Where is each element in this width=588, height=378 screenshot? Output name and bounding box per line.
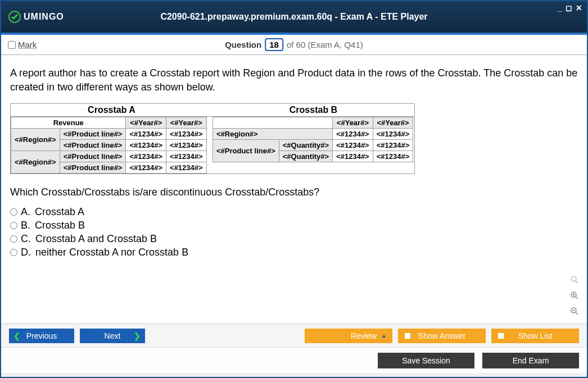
crosstab-a-title: Crosstab A bbox=[11, 104, 212, 117]
question-stem: A report author has to create a Crosstab… bbox=[10, 66, 578, 94]
cell: <#1234#> bbox=[166, 129, 207, 140]
option-text: Crosstab A and Crosstab B bbox=[35, 233, 157, 245]
cell: <#1234#> bbox=[166, 140, 207, 151]
cell: <#1234#> bbox=[166, 162, 207, 174]
option-c[interactable]: C.Crosstab A and Crosstab B bbox=[10, 233, 578, 245]
stop-icon bbox=[498, 333, 504, 339]
cell: <#Year#> bbox=[126, 117, 166, 129]
logo-check-icon bbox=[8, 10, 21, 24]
option-letter: D. bbox=[21, 247, 31, 258]
question-number-input[interactable]: 18 bbox=[265, 38, 283, 51]
cell: <#Product line#> bbox=[60, 151, 126, 162]
option-b[interactable]: B.Crosstab B bbox=[10, 220, 578, 231]
sub-question: Which Crosstab/Crosstabs is/are disconti… bbox=[10, 186, 578, 198]
stop-icon bbox=[405, 333, 410, 339]
option-c-radio[interactable] bbox=[10, 235, 17, 243]
show-answer-button[interactable]: Show Answer bbox=[398, 329, 486, 343]
cell: <#Region#> bbox=[11, 151, 60, 174]
option-letter: C. bbox=[21, 233, 31, 245]
option-d[interactable]: D.neither Crosstab A nor Crosstab B bbox=[10, 247, 578, 258]
cell: <#1234#> bbox=[373, 151, 413, 162]
svg-line-8 bbox=[576, 312, 578, 315]
cell: <#1234#> bbox=[373, 140, 413, 151]
cell: <#Region#> bbox=[213, 129, 333, 140]
cell: <#1234#> bbox=[166, 151, 207, 162]
show-list-label: Show List bbox=[518, 331, 553, 340]
mark-label[interactable]: Mark bbox=[18, 40, 37, 49]
cell: <#Product line#> bbox=[60, 140, 126, 151]
svg-line-2 bbox=[576, 281, 578, 283]
minimize-icon[interactable]: _ bbox=[558, 3, 562, 12]
end-exam-button[interactable]: End Exam bbox=[482, 353, 579, 368]
cell: <#1234#> bbox=[333, 151, 373, 162]
show-answer-label: Show Answer bbox=[418, 331, 466, 340]
previous-label: Previous bbox=[26, 331, 57, 340]
question-bar: Mark Question 18 of 60 (Exam A, Q41) bbox=[1, 35, 587, 55]
cell: <#Product line#> bbox=[213, 140, 279, 162]
review-button[interactable]: Review▲ bbox=[305, 329, 392, 343]
cell: <#Year#> bbox=[373, 117, 413, 129]
footer-nav: ❮Previous Next❯ Review▲ Show Answer Show… bbox=[1, 324, 587, 347]
search-icon[interactable] bbox=[568, 273, 581, 286]
options-list: A.Crosstab A B.Crosstab B C.Crosstab A a… bbox=[10, 206, 578, 258]
logo: UMINGO bbox=[8, 10, 64, 24]
triangle-up-icon: ▲ bbox=[381, 333, 387, 339]
zoom-out-icon[interactable] bbox=[568, 304, 581, 318]
cell: <#1234#> bbox=[126, 151, 166, 162]
cell: <#Product line#> bbox=[60, 129, 126, 140]
review-label: Review bbox=[351, 331, 377, 340]
crosstab-b-title: Crosstab B bbox=[212, 104, 414, 117]
option-letter: B. bbox=[21, 220, 30, 231]
show-list-button[interactable]: Show List bbox=[491, 329, 579, 343]
zoom-in-icon[interactable] bbox=[568, 289, 581, 302]
save-session-button[interactable]: Save Session bbox=[378, 353, 474, 368]
cell: <#1234#> bbox=[333, 129, 373, 140]
cell: <#Quantity#> bbox=[279, 151, 332, 162]
close-icon[interactable]: ✕ bbox=[576, 3, 582, 12]
mark-checkbox[interactable] bbox=[8, 41, 16, 49]
crosstab-container: Crosstab A Revenue <#Year#> <#Year#> <#R… bbox=[10, 103, 415, 174]
option-text: neither Crosstab A nor Crosstab B bbox=[35, 247, 188, 258]
zoom-controls bbox=[568, 273, 581, 318]
cell: <#Year#> bbox=[333, 117, 373, 129]
previous-button[interactable]: ❮Previous bbox=[9, 329, 74, 343]
option-b-radio[interactable] bbox=[10, 222, 17, 229]
crosstab-a-block: Crosstab A Revenue <#Year#> <#Year#> <#R… bbox=[11, 104, 212, 174]
crosstab-b: <#Year#> <#Year#> <#Region#> <#1234#> <#… bbox=[212, 117, 413, 162]
option-a-radio[interactable] bbox=[10, 208, 17, 216]
option-a[interactable]: A.Crosstab A bbox=[10, 206, 578, 218]
cell: <#Quantity#> bbox=[279, 140, 332, 151]
cell bbox=[213, 117, 333, 129]
crosstab-a: Revenue <#Year#> <#Year#> <#Region#> <#P… bbox=[11, 117, 207, 174]
footer-session: Save Session End Exam bbox=[1, 347, 587, 373]
option-text: Crosstab A bbox=[35, 206, 84, 218]
cell: <#1234#> bbox=[126, 162, 166, 174]
cell: <#1234#> bbox=[126, 129, 166, 140]
crosstab-b-block: Crosstab B <#Year#> <#Year#> <#Region#> … bbox=[212, 104, 414, 174]
cell: <#Year#> bbox=[166, 117, 207, 129]
cell: <#Product line#> bbox=[60, 162, 126, 174]
cell: Revenue bbox=[11, 117, 126, 129]
cell: <#1234#> bbox=[126, 140, 166, 151]
app-title: C2090-621.prepaway.premium.exam.60q - Ex… bbox=[160, 12, 427, 22]
option-d-radio[interactable] bbox=[10, 249, 17, 256]
question-of-text: of 60 (Exam A, Q41) bbox=[287, 40, 363, 49]
cell: <#Region#> bbox=[11, 129, 60, 151]
question-label: Question bbox=[225, 40, 261, 49]
svg-point-1 bbox=[571, 276, 576, 281]
option-letter: A. bbox=[21, 206, 30, 218]
window-controls: _ ◻ ✕ bbox=[558, 3, 582, 12]
titlebar: UMINGO C2090-621.prepaway.premium.exam.6… bbox=[1, 1, 587, 35]
next-label: Next bbox=[105, 331, 121, 340]
svg-line-4 bbox=[576, 297, 578, 299]
mark-checkbox-container: Mark bbox=[8, 40, 37, 49]
maximize-icon[interactable]: ◻ bbox=[566, 3, 572, 12]
next-button[interactable]: Next❯ bbox=[80, 329, 145, 343]
cell: <#1234#> bbox=[333, 140, 373, 151]
content-area: A report author has to create a Crosstab… bbox=[1, 55, 587, 324]
question-info: Question 18 of 60 (Exam A, Q41) bbox=[225, 38, 363, 51]
option-text: Crosstab B bbox=[35, 220, 85, 231]
cell: <#1234#> bbox=[373, 129, 413, 140]
logo-text: UMINGO bbox=[24, 12, 64, 22]
